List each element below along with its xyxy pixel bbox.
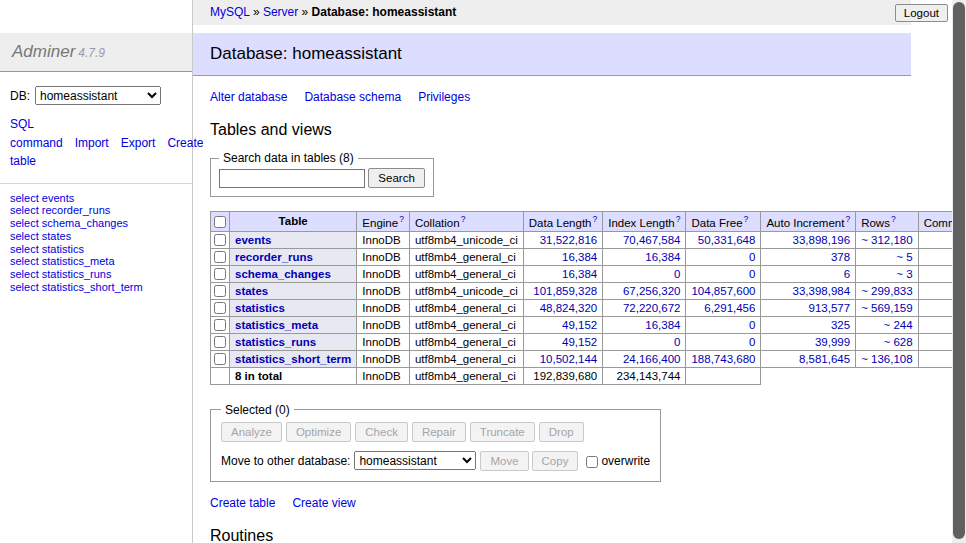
rows-link[interactable]: ~ 569,159 <box>861 302 912 314</box>
rows-link[interactable]: ~ 136,108 <box>861 353 912 365</box>
data-free-link[interactable]: 104,857,600 <box>691 285 755 297</box>
overwrite-checkbox[interactable] <box>586 456 598 468</box>
table-name-link[interactable]: states <box>235 285 268 297</box>
row-checkbox[interactable] <box>214 336 226 348</box>
selected-action-check-button[interactable]: Check <box>355 422 408 442</box>
create-view-link[interactable]: Create view <box>292 496 355 510</box>
index-length-link[interactable]: 24,166,400 <box>623 353 681 365</box>
create-table-link[interactable]: Create table <box>210 496 275 510</box>
select-all-checkbox[interactable] <box>214 216 226 228</box>
rows-link[interactable]: ~ 312,180 <box>861 234 912 246</box>
breadcrumb-link[interactable]: Server <box>263 5 298 19</box>
row-checkbox[interactable] <box>214 234 226 246</box>
selected-action-analyze-button[interactable]: Analyze <box>221 422 282 442</box>
auto-increment-link[interactable]: 8,581,645 <box>799 353 850 365</box>
scrollbar-thumb[interactable] <box>953 2 965 539</box>
row-checkbox[interactable] <box>214 268 226 280</box>
move-db-select[interactable]: homeassistant <box>354 451 476 470</box>
data-length-link[interactable]: 16,384 <box>562 251 597 263</box>
sidebar-item-select-states[interactable]: select states <box>0 230 192 243</box>
search-button[interactable]: Search <box>368 168 424 188</box>
index-length-link[interactable]: 70,467,584 <box>623 234 681 246</box>
table-name-link[interactable]: statistics_short_term <box>235 353 351 365</box>
index-length-link[interactable]: 0 <box>674 268 680 280</box>
selected-action-drop-button[interactable]: Drop <box>539 422 584 442</box>
sidebar-item-select-statistics_runs[interactable]: select statistics_runs <box>0 268 192 281</box>
table-name-link[interactable]: statistics_runs <box>235 336 316 348</box>
table-name-link[interactable]: schema_changes <box>235 268 331 280</box>
data-length-link[interactable]: 31,522,816 <box>540 234 598 246</box>
auto-increment-link[interactable]: 33,398,984 <box>793 285 851 297</box>
sidebar-item-select-events[interactable]: select events <box>0 192 192 205</box>
data-free-link[interactable]: 50,331,648 <box>698 234 756 246</box>
auto-increment-link[interactable]: 325 <box>831 319 850 331</box>
help-link[interactable]: ? <box>744 214 749 224</box>
data-free-link[interactable]: 0 <box>749 268 755 280</box>
data-length-link[interactable]: 48,824,320 <box>540 302 598 314</box>
row-checkbox[interactable] <box>214 285 226 297</box>
help-link[interactable]: ? <box>676 214 681 224</box>
selected-action-repair-button[interactable]: Repair <box>412 422 466 442</box>
index-length-link[interactable]: 72,220,672 <box>623 302 681 314</box>
help-link[interactable]: ? <box>399 214 404 224</box>
rows-link[interactable]: ~ 5 <box>896 251 912 263</box>
help-link[interactable]: ? <box>845 214 850 224</box>
table-name-link[interactable]: statistics_meta <box>235 319 318 331</box>
auto-increment-link[interactable]: 6 <box>844 268 850 280</box>
index-length-link[interactable]: 16,384 <box>645 319 680 331</box>
sidebar-item-select-schema_changes[interactable]: select schema_changes <box>0 217 192 230</box>
rows-link[interactable]: ~ 3 <box>896 268 912 280</box>
sidebar-link[interactable]: Export <box>121 136 156 150</box>
table-name-link[interactable]: statistics <box>235 302 285 314</box>
help-link[interactable]: ? <box>891 214 896 224</box>
data-free-link[interactable]: 0 <box>749 319 755 331</box>
app-name-link[interactable]: Adminer <box>12 42 75 61</box>
sidebar-item-select-statistics_meta[interactable]: select statistics_meta <box>0 255 192 268</box>
row-checkbox[interactable] <box>214 319 226 331</box>
data-length-link[interactable]: 101,859,328 <box>533 285 597 297</box>
vertical-scrollbar[interactable] <box>952 0 966 543</box>
sidebar-link[interactable]: Import <box>75 136 109 150</box>
row-checkbox[interactable] <box>214 251 226 263</box>
action-link[interactable]: Privileges <box>418 90 470 104</box>
help-link[interactable]: ? <box>461 214 466 224</box>
data-length-link[interactable]: 49,152 <box>562 336 597 348</box>
auto-increment-link[interactable]: 378 <box>831 251 850 263</box>
logout-button[interactable]: Logout <box>895 4 948 22</box>
rows-link[interactable]: ~ 628 <box>884 336 913 348</box>
move-button[interactable]: Move <box>480 451 528 471</box>
data-free-link[interactable]: 188,743,680 <box>691 353 755 365</box>
index-length-link[interactable]: 16,384 <box>645 251 680 263</box>
sidebar-item-select-statistics_short_term[interactable]: select statistics_short_term <box>0 281 192 294</box>
table-name-link[interactable]: recorder_runs <box>235 251 313 263</box>
selected-action-truncate-button[interactable]: Truncate <box>470 422 535 442</box>
breadcrumb-link[interactable]: MySQL <box>210 5 250 19</box>
help-link[interactable]: ? <box>592 214 597 224</box>
data-length-link[interactable]: 49,152 <box>562 319 597 331</box>
action-link[interactable]: Alter database <box>210 90 287 104</box>
data-free-link[interactable]: 6,291,456 <box>704 302 755 314</box>
table-name-link[interactable]: events <box>235 234 271 246</box>
row-checkbox[interactable] <box>214 302 226 314</box>
index-length-link[interactable]: 0 <box>674 336 680 348</box>
copy-button[interactable]: Copy <box>532 451 579 471</box>
row-checkbox[interactable] <box>214 353 226 365</box>
data-free-link[interactable]: 0 <box>749 251 755 263</box>
data-free-link[interactable]: 0 <box>749 336 755 348</box>
auto-increment-link[interactable]: 913,577 <box>809 302 851 314</box>
sidebar-item-select-recorder_runs[interactable]: select recorder_runs <box>0 204 192 217</box>
action-link[interactable]: Database schema <box>304 90 401 104</box>
total-empty-cell <box>211 367 230 384</box>
auto-increment-link[interactable]: 33,898,196 <box>793 234 851 246</box>
db-select[interactable]: homeassistant <box>35 86 161 105</box>
data-length-link[interactable]: 10,502,144 <box>540 353 598 365</box>
index-length-link[interactable]: 67,256,320 <box>623 285 681 297</box>
auto-increment-link[interactable]: 39,999 <box>815 336 850 348</box>
data-length-link[interactable]: 16,384 <box>562 268 597 280</box>
sidebar-link[interactable]: SQL command <box>10 117 63 150</box>
selected-action-optimize-button[interactable]: Optimize <box>286 422 351 442</box>
rows-link[interactable]: ~ 299,833 <box>861 285 912 297</box>
sidebar-item-select-statistics[interactable]: select statistics <box>0 243 192 256</box>
rows-link[interactable]: ~ 244 <box>884 319 913 331</box>
search-input[interactable] <box>219 169 365 188</box>
